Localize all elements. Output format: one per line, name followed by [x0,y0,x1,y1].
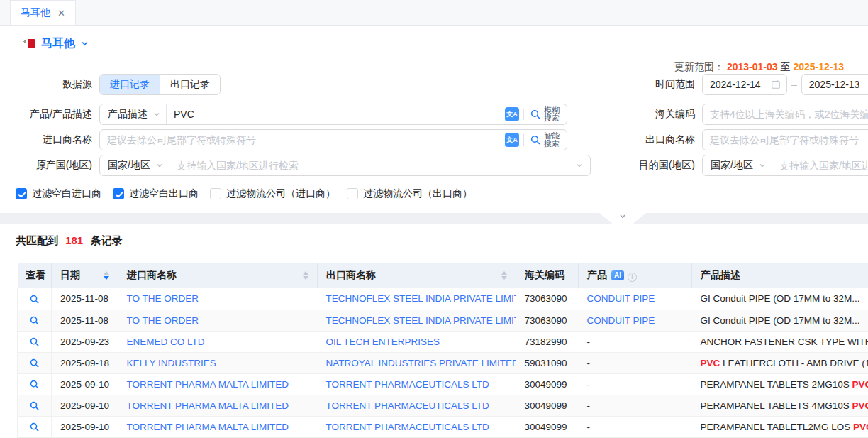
date-cell: 2025-09-10 [52,416,118,437]
importer-row: 进口商名称 文A 智能 搜索 [0,129,567,150]
view-details-button[interactable] [29,358,40,368]
end-date-input[interactable]: 2025-12-13 [801,74,868,95]
update-range-label: 更新范围： [674,61,724,72]
importer-link[interactable]: TORRENT PHARMA MALTA LIMITED [127,400,289,411]
exporter-link[interactable]: TECHNOFLEX STEEL INDIA PRIVATE LIMITED [326,315,516,326]
hs-code-cell: 73063090 [516,288,579,310]
importer-link[interactable]: TORRENT PHARMA MALTA LIMITED [127,422,289,432]
product-link[interactable]: CONDUIT PIPE [587,315,655,326]
view-details-button[interactable] [29,379,40,390]
view-cell [18,288,52,310]
table-row: 2025-09-10TORRENT PHARMA MALTA LIMITEDTO… [18,395,868,416]
origin-select-value: 国家/地区 [108,159,150,172]
dest-country-type-select[interactable]: 国家/地区 [703,155,772,175]
update-range-from: 2013-01-03 [727,61,778,72]
page-title: 马耳他 [41,36,75,51]
product-field-select[interactable]: 产品描述 [100,104,167,124]
chevron-down-icon[interactable] [576,162,583,169]
product-input[interactable] [167,104,503,124]
importer-link[interactable]: TORRENT PHARMA MALTA LIMITED [127,379,289,390]
table-body: 2025-11-08TO THE ORDERTECHNOFLEX STEEL I… [18,288,868,437]
exporter-link[interactable]: NATROYAL INDUSTRIES PRIVATE LIMITED [326,358,516,368]
column-header-importer[interactable]: 进口商名称 [118,263,318,288]
dest-country-row: 目的国(地区) 国家/地区 [610,155,868,176]
checkbox-checked-icon[interactable] [16,188,27,199]
view-cell [18,352,52,373]
sort-control[interactable] [303,271,308,280]
filter-checkbox-0[interactable]: 过滤空白进口商 [16,187,101,200]
column-label: 日期 [60,269,80,280]
start-date-value: 2024-12-14 [710,79,771,90]
exporter-link[interactable]: TECHNOFLEX STEEL INDIA PRIVATE LIMITED [326,293,516,304]
exporter-link[interactable]: TORRENT PHARMACEUTICALS LTD [326,400,489,411]
hs-code-cell: 73063090 [516,310,579,331]
filter-checkbox-2[interactable]: 过滤物流公司（进口商） [210,187,335,200]
importer-link[interactable]: TO THE ORDER [127,315,199,326]
country-header: 马耳他 [0,31,868,55]
view-details-button[interactable] [29,422,40,432]
exporter-link[interactable]: TORRENT PHARMACEUTICALS LTD [326,422,489,432]
translate-icon[interactable]: 文A [505,107,519,121]
column-label: 产品 [587,269,607,280]
filter-checkbox-3[interactable]: 过滤物流公司（出口商） [347,187,472,200]
checkbox-unchecked-icon[interactable] [210,188,221,199]
tab-malta[interactable]: 马耳他 ✕ [10,0,76,25]
exporter-link[interactable]: TORRENT PHARMACEUTICALS LTD [326,379,489,390]
start-date-input[interactable]: 2024-12-14 [702,74,787,95]
dest-country-input[interactable] [772,155,868,175]
view-details-button[interactable] [29,336,40,347]
exporter-cell: OIL TECH ENTERPRISES [318,331,516,352]
hs-code-cell: 59031090 [516,352,579,373]
chevron-down-icon[interactable] [81,40,89,48]
search-icon [29,294,40,305]
importer-link[interactable]: ENEMED CO LTD [127,336,205,347]
checkbox-label[interactable]: 过滤空白进口商 [32,187,101,200]
filter-panel: 更新范围： 2013-01-03 至 2025-12-13 数据源 进口记录 出… [0,55,868,213]
hs-code-cell: 30049099 [516,373,579,395]
product-select-value: 产品描述 [108,108,148,121]
description-text: PERAMPANEL TABLETS 4MG10S [701,400,852,411]
close-icon[interactable]: ✕ [57,9,65,18]
flag-red-half [28,39,35,48]
origin-country-type-select[interactable]: 国家/地区 [100,155,169,175]
origin-country-input[interactable] [169,155,576,175]
view-details-button[interactable] [29,294,40,305]
checkbox-checked-icon[interactable] [113,188,124,199]
search-icon [29,400,40,411]
hs-code-input[interactable] [703,104,868,124]
collapse-band [0,213,868,224]
collapse-toggle[interactable] [599,213,646,224]
tab-import-records[interactable]: 进口记录 [100,75,160,94]
checkbox-label[interactable]: 过滤物流公司（出口商） [363,187,472,200]
info-icon[interactable] [628,273,637,282]
importer-link[interactable]: TO THE ORDER [127,293,199,304]
sort-asc-icon [501,271,507,275]
tab-export-records[interactable]: 出口记录 [160,75,220,94]
filter-checkbox-1[interactable]: 过滤空白出口商 [113,187,199,200]
sort-control[interactable] [501,271,507,280]
search-icon [530,134,541,146]
translate-icon[interactable]: 文A [505,133,519,147]
view-cell [18,416,52,437]
description-cell: PERAMPANEL TABLETS 4MG10S PVC... [692,395,868,416]
malta-flag-icon [21,39,35,48]
checkbox-label[interactable]: 过滤物流公司（进口商） [226,187,335,200]
column-header-exporter[interactable]: 出口商名称 [318,263,516,288]
exporter-link[interactable]: OIL TECH ENTERPRISES [326,336,440,347]
exporter-label: 出口商名称 [610,133,702,146]
view-details-button[interactable] [29,400,40,411]
checkbox-label[interactable]: 过滤空白出口商 [129,187,199,200]
view-details-button[interactable] [29,315,40,326]
smart-search-button[interactable]: 智能 搜索 [524,132,567,148]
description-cell: PERAMPANEL TABLETS 2MG10S PVC... [692,373,868,395]
sort-control[interactable] [104,271,109,280]
fuzzy-search-button[interactable]: 模糊 搜索 [524,106,567,122]
importer-link[interactable]: KELLY INDUSTRIES [127,358,216,368]
importer-input[interactable] [100,130,503,150]
checkbox-unchecked-icon[interactable] [347,188,358,199]
exporter-input[interactable] [703,130,868,150]
product-link[interactable]: CONDUIT PIPE [587,293,655,304]
column-label: 查看 [26,269,46,280]
column-header-date[interactable]: 日期 [52,263,118,288]
chevron-down-icon [153,111,160,118]
